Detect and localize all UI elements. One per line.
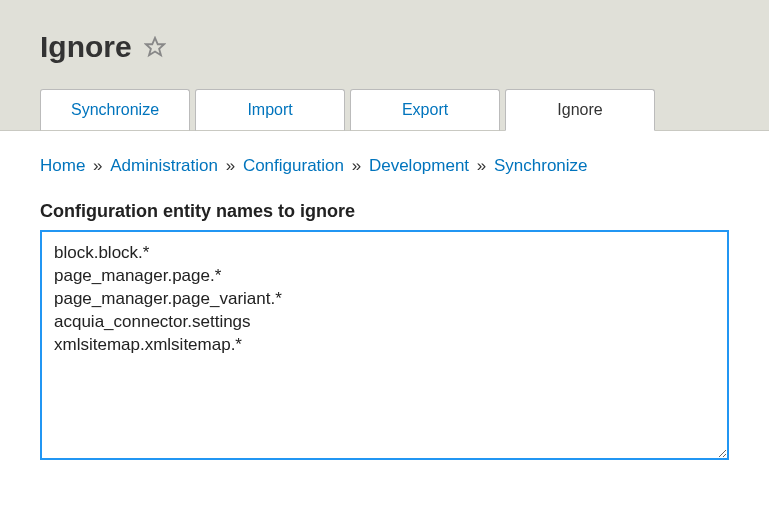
breadcrumb-link-development[interactable]: Development bbox=[369, 156, 469, 175]
tab-import[interactable]: Import bbox=[195, 89, 345, 131]
breadcrumb-separator: » bbox=[472, 156, 491, 175]
content: Home » Administration » Configuration » … bbox=[0, 131, 769, 489]
star-icon[interactable] bbox=[144, 36, 166, 58]
breadcrumb-link-configuration[interactable]: Configuration bbox=[243, 156, 344, 175]
breadcrumb-link-home[interactable]: Home bbox=[40, 156, 85, 175]
page-title: Ignore bbox=[40, 30, 132, 64]
breadcrumb-separator: » bbox=[347, 156, 366, 175]
tab-ignore[interactable]: Ignore bbox=[505, 89, 655, 131]
tab-synchronize[interactable]: Synchronize bbox=[40, 89, 190, 131]
title-row: Ignore bbox=[0, 20, 769, 89]
tabs: SynchronizeImportExportIgnore bbox=[0, 89, 769, 131]
breadcrumb-link-administration[interactable]: Administration bbox=[110, 156, 218, 175]
breadcrumb: Home » Administration » Configuration » … bbox=[40, 156, 729, 176]
breadcrumb-separator: » bbox=[88, 156, 107, 175]
config-ignore-textarea[interactable] bbox=[40, 230, 729, 460]
breadcrumb-separator: » bbox=[221, 156, 240, 175]
config-ignore-label: Configuration entity names to ignore bbox=[40, 201, 729, 222]
tab-export[interactable]: Export bbox=[350, 89, 500, 131]
breadcrumb-link-synchronize[interactable]: Synchronize bbox=[494, 156, 588, 175]
header-area: Ignore SynchronizeImportExportIgnore bbox=[0, 0, 769, 131]
svg-marker-0 bbox=[146, 38, 164, 55]
